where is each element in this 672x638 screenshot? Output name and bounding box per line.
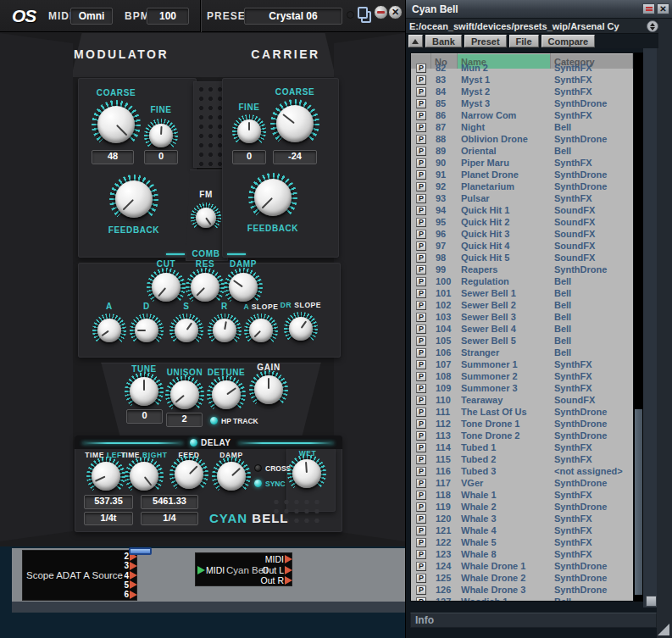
preset-load-button[interactable]: P — [416, 479, 426, 488]
preset-load-button[interactable]: P — [416, 277, 426, 286]
a-slope-knob[interactable] — [244, 313, 278, 347]
table-row[interactable]: P87NightBell — [411, 121, 633, 133]
table-row[interactable]: P96Quick Hit 3SoundFX — [411, 228, 633, 240]
mod-fine-value[interactable]: 0 — [144, 150, 178, 164]
tab-file[interactable]: File — [509, 35, 539, 47]
time-right-knob[interactable] — [125, 457, 164, 496]
preset-load-button[interactable]: P — [416, 408, 426, 417]
table-row[interactable]: P114Tubed 1SynthFX — [411, 441, 633, 453]
table-row[interactable]: P104Sewer Bell 4Bell — [411, 323, 633, 335]
feed-knob[interactable] — [169, 455, 208, 494]
table-row[interactable]: P99ReapersSynthDrone — [411, 264, 633, 275]
preset-load-button[interactable]: P — [416, 455, 426, 464]
preset-selector[interactable]: Crystal 06 — [244, 8, 342, 25]
table-row[interactable]: P93PulsarSynthFX — [411, 192, 633, 204]
table-row[interactable]: P102Sewer Bell 2Bell — [411, 299, 633, 311]
table-row[interactable]: P126Whale Drone 3SynthDrone — [411, 584, 633, 596]
table-row[interactable]: P83Myst 1SynthFX — [411, 74, 633, 86]
unison-value[interactable]: 2 — [166, 413, 203, 427]
preset-load-button[interactable]: P — [416, 597, 426, 602]
preset-load-button[interactable]: P — [416, 158, 426, 168]
table-row[interactable]: P100RegulationBell — [411, 275, 633, 287]
browser-title-bar[interactable]: Cyan Bell ✕ — [406, 0, 672, 19]
scrollbar-corner-button[interactable] — [646, 596, 657, 607]
car-fine-knob[interactable] — [232, 114, 266, 148]
preset-load-button[interactable]: P — [416, 313, 426, 322]
hp-track-led[interactable] — [210, 417, 218, 424]
table-row[interactable]: P123Whale 8SynthFX — [411, 548, 633, 560]
preset-load-button[interactable]: P — [416, 348, 426, 358]
preset-load-button[interactable]: P — [416, 218, 426, 227]
tab-compare[interactable]: Compare — [541, 35, 596, 47]
preset-load-button[interactable]: P — [416, 325, 426, 334]
table-row[interactable]: P101Sewer Bell 1Bell — [411, 287, 633, 299]
preset-load-button[interactable]: P — [416, 467, 426, 476]
midi-channel-selector[interactable]: Omni — [70, 8, 113, 25]
preset-load-button[interactable]: P — [416, 87, 426, 97]
scope-port-5[interactable]: 5 — [124, 580, 137, 590]
preset-load-button[interactable]: P — [416, 111, 426, 120]
close-button[interactable]: ✕ — [388, 5, 403, 19]
table-row[interactable]: P85Myst 3SynthDrone — [411, 97, 633, 109]
table-row[interactable]: P120Whale 3SynthFX — [411, 513, 633, 524]
fm-knob[interactable] — [191, 202, 221, 233]
mod-feedback-knob[interactable] — [109, 175, 158, 224]
table-row[interactable]: P110TearawaySoundFX — [411, 394, 633, 406]
attack-knob[interactable] — [92, 313, 126, 347]
preset-load-button[interactable]: P — [416, 360, 426, 369]
table-row[interactable]: P89OrientalBell — [411, 145, 633, 157]
mod-fine-knob[interactable] — [144, 119, 178, 153]
mod-coarse-knob[interactable] — [92, 100, 141, 149]
table-row[interactable]: P112Tone Drone 1SynthDrone — [411, 418, 633, 430]
table-row[interactable]: P111The Last Of UsSynthDrone — [411, 406, 633, 418]
table-row[interactable]: P122Whale 5SynthFX — [411, 536, 633, 548]
resize-grip[interactable] — [658, 624, 669, 635]
browser-minimize-button[interactable] — [642, 3, 655, 14]
preset-load-button[interactable]: P — [416, 135, 426, 144]
gain-knob[interactable] — [249, 370, 288, 409]
table-row[interactable]: P82Mun 2SynthFX — [411, 62, 633, 74]
table-row[interactable]: P124Whale Drone 1SynthDrone — [411, 560, 633, 572]
preset-load-button[interactable]: P — [416, 194, 426, 203]
table-row[interactable]: P91Planet DroneSynthDrone — [411, 169, 633, 180]
browser-close-button[interactable]: ✕ — [657, 3, 669, 14]
tune-knob[interactable] — [125, 372, 164, 411]
preset-load-button[interactable]: P — [416, 182, 426, 191]
scrollbar-thumb[interactable] — [635, 409, 642, 595]
preset-load-button[interactable]: P — [416, 253, 426, 263]
preset-load-button[interactable]: P — [416, 64, 426, 73]
sustain-knob[interactable] — [169, 313, 203, 347]
table-row[interactable]: P108Summoner 2SynthFX — [411, 370, 633, 382]
table-scrollbar[interactable] — [634, 53, 643, 602]
car-coarse-value[interactable]: -24 — [273, 150, 317, 164]
preset-load-button[interactable]: P — [416, 585, 426, 595]
scope-port-6[interactable]: 6 — [124, 590, 137, 599]
table-row[interactable]: P95Quick Hit 2SoundFX — [411, 216, 633, 228]
preset-load-button[interactable]: P — [416, 123, 426, 132]
table-row[interactable]: P107Summoner 1SynthFX — [411, 358, 633, 370]
table-row[interactable]: P115Tubed 2SynthFX — [411, 453, 633, 465]
bpm-field[interactable]: 100 — [147, 8, 189, 25]
path-spinner-icon[interactable] — [647, 20, 658, 32]
car-fine-value[interactable]: 0 — [232, 150, 266, 164]
preset-load-button[interactable]: P — [416, 574, 426, 583]
preset-load-button[interactable]: P — [416, 491, 426, 500]
preset-load-button[interactable]: P — [416, 170, 426, 180]
table-row[interactable]: P118Whale 1SynthFX — [411, 489, 633, 501]
table-row[interactable]: P97Quick Hit 4SoundFX — [411, 240, 633, 252]
table-row[interactable]: P117VGerSynthDrone — [411, 477, 633, 489]
time-right-ms-value[interactable]: 5461.33 — [141, 495, 198, 509]
table-row[interactable]: P119Whale 2SynthDrone — [411, 501, 633, 513]
table-row[interactable]: P90Piper MaruSynthFX — [411, 157, 633, 169]
output-midi[interactable]: MIDI — [261, 554, 292, 565]
mod-coarse-value[interactable]: 48 — [92, 150, 134, 164]
preset-load-button[interactable]: P — [416, 502, 426, 512]
preset-load-button[interactable]: P — [416, 562, 426, 571]
preset-load-button[interactable]: P — [416, 550, 426, 559]
res-knob[interactable] — [186, 268, 225, 307]
table-row[interactable]: P98Quick Hit 5SoundFX — [411, 252, 633, 264]
release-knob[interactable] — [208, 313, 242, 347]
table-row[interactable]: P127Woodish 1Bell — [411, 596, 633, 602]
preset-load-button[interactable]: P — [416, 419, 426, 429]
delay-led[interactable] — [190, 439, 197, 447]
